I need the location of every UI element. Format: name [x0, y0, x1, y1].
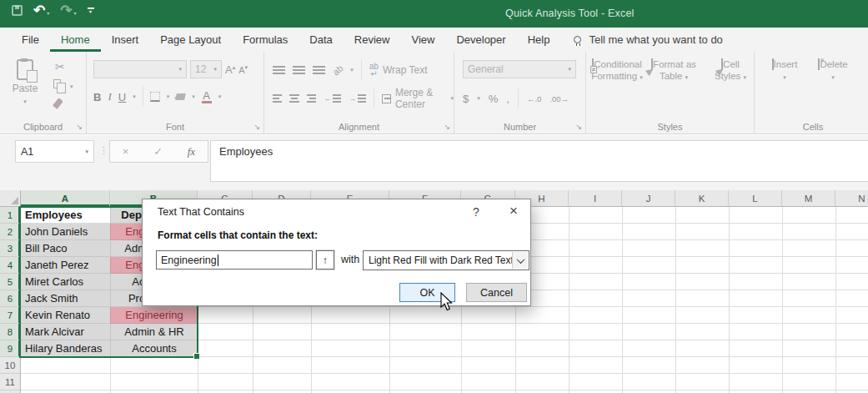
tab-insert[interactable]: Insert [101, 28, 150, 52]
formula-input[interactable]: Employees [210, 140, 868, 182]
column-header-i[interactable]: I [569, 190, 622, 207]
close-icon[interactable]: × [506, 203, 521, 219]
cell-b9[interactable]: Accounts [110, 340, 198, 357]
align-left-button[interactable] [273, 94, 282, 103]
copy-icon[interactable] [53, 79, 61, 88]
font-color-button[interactable]: A [202, 91, 212, 103]
column-header-a[interactable]: A [21, 190, 110, 207]
insert-cells-button[interactable]: ← Insert▾ [766, 58, 803, 83]
cancel-button[interactable]: Cancel [466, 283, 527, 302]
help-icon[interactable]: ? [473, 205, 479, 219]
align-middle-button[interactable] [293, 66, 305, 74]
cell-a2[interactable]: John Daniels [21, 224, 110, 240]
cut-icon[interactable]: ✂ [55, 60, 65, 73]
tab-view[interactable]: View [400, 28, 445, 52]
cell-a7[interactable]: Kevin Renato [21, 307, 110, 324]
tab-page-layout[interactable]: Page Layout [149, 28, 232, 52]
row-header-6[interactable]: 6 [0, 290, 20, 307]
percent-style-button[interactable]: % [489, 93, 499, 105]
cell-b8[interactable]: Admin & HR [110, 324, 198, 340]
row-header-5[interactable]: 5 [0, 274, 20, 290]
cell-b7[interactable]: Engineering [110, 307, 198, 324]
cell-styles-button[interactable]: CellStyles ▾ [705, 58, 756, 83]
shrink-font-button[interactable]: A▾ [238, 64, 248, 75]
redo-button[interactable]: ↷▾ [60, 3, 76, 18]
fill-color-icon[interactable] [175, 93, 186, 100]
accounting-format-button[interactable]: $ [463, 93, 469, 105]
dialog-launcher-icon[interactable]: ↘ [253, 123, 260, 131]
customize-qat-button[interactable]: ▾ [88, 8, 94, 14]
row-header-10[interactable]: 10 [0, 357, 20, 374]
cell-a3[interactable]: Bill Paco [21, 240, 110, 257]
comma-style-button[interactable]: , [506, 93, 509, 105]
tab-home[interactable]: Home [50, 28, 101, 52]
row-header-3[interactable]: 3 [0, 240, 20, 257]
name-box[interactable]: A1 ▾ [15, 140, 94, 163]
increase-indent-button[interactable]: → [349, 94, 366, 103]
row-header-11[interactable]: 11 [0, 374, 20, 390]
row-header-2[interactable]: 2 [0, 224, 20, 240]
underline-button[interactable]: U [118, 91, 126, 103]
cell-a8[interactable]: Mark Alcivar [21, 324, 110, 340]
row-header-1[interactable]: 1 [0, 207, 20, 224]
align-center-button[interactable] [289, 94, 299, 103]
italic-button[interactable]: I [108, 90, 111, 103]
paste-button[interactable]: Paste ▾ [7, 59, 43, 106]
cell-a9[interactable]: Hilary Banderas [21, 340, 110, 357]
align-right-button[interactable] [307, 94, 316, 103]
decrease-decimal-button[interactable]: .00→ [549, 94, 569, 103]
orientation-button[interactable]: ab [331, 63, 345, 77]
conditional-formatting-button[interactable]: ≠ ConditionalFormatting ▾ [591, 58, 643, 83]
contains-text-input[interactable]: Engineering [156, 250, 313, 270]
align-bottom-button[interactable] [313, 66, 325, 74]
row-header-4[interactable]: 4 [0, 257, 20, 274]
bold-button[interactable]: B [93, 91, 101, 103]
column-header-l[interactable]: L [729, 190, 782, 207]
column-header-j[interactable]: J [622, 190, 675, 207]
ok-button[interactable]: OK [399, 283, 455, 302]
tab-developer[interactable]: Developer [445, 28, 516, 52]
tab-file[interactable]: File [11, 28, 50, 52]
wrap-text-button[interactable]: ab↵ Wrap Text [369, 63, 428, 78]
delete-cells-button[interactable]: × Delete▾ [815, 58, 851, 83]
column-header-m[interactable]: M [782, 190, 835, 207]
tell-me-search[interactable]: Tell me what you want to do [574, 28, 722, 52]
tab-data[interactable]: Data [299, 28, 343, 52]
range-selector-button[interactable]: ↑ [316, 250, 334, 270]
font-size-combo[interactable]: 12▾ [190, 60, 222, 78]
row-header-9[interactable]: 9 [0, 340, 20, 357]
cell-a1[interactable]: Employees [21, 207, 110, 224]
enter-entry-icon[interactable]: ✓ [153, 145, 163, 158]
dropdown-chevron-button[interactable] [512, 252, 528, 269]
font-name-combo[interactable]: ▾ [93, 60, 187, 78]
insert-function-icon[interactable]: fx [188, 145, 195, 159]
dialog-launcher-icon[interactable]: ↘ [444, 123, 450, 131]
dialog-launcher-icon[interactable]: ↘ [76, 123, 83, 131]
row-header-7[interactable]: 7 [0, 307, 20, 324]
grow-font-button[interactable]: A▴ [225, 63, 235, 76]
column-header-n[interactable]: N [835, 190, 868, 207]
decrease-indent-button[interactable]: ← [324, 94, 341, 103]
undo-button[interactable]: ↶▾ [33, 3, 49, 18]
cancel-entry-icon[interactable]: × [123, 145, 129, 158]
select-all-button[interactable] [0, 190, 21, 207]
cell-a6[interactable]: Jack Smith [21, 290, 110, 307]
divider [361, 60, 362, 80]
format-dropdown[interactable]: Light Red Fill with Dark Red Text [363, 250, 529, 270]
tab-help[interactable]: Help [517, 28, 561, 52]
merge-center-button[interactable]: Merge & Center ▾ [382, 87, 454, 110]
column-header-k[interactable]: K [675, 190, 729, 207]
tab-formulas[interactable]: Formulas [232, 28, 299, 52]
save-icon[interactable] [12, 5, 23, 16]
align-top-button[interactable] [273, 66, 285, 74]
cell-a4[interactable]: Janeth Perez [21, 257, 110, 274]
borders-icon[interactable] [150, 92, 160, 102]
format-as-table-button[interactable]: Format asTable ▾ [648, 58, 700, 83]
row-header-8[interactable]: 8 [0, 324, 20, 340]
number-format-combo[interactable]: General▾ [463, 60, 576, 78]
increase-decimal-button[interactable]: ←.0 [527, 94, 541, 103]
cell-a5[interactable]: Miret Carlos [21, 274, 110, 290]
dialog-launcher-icon[interactable]: ↘ [575, 123, 582, 131]
format-painter-icon[interactable] [53, 98, 63, 109]
tab-review[interactable]: Review [344, 28, 401, 52]
